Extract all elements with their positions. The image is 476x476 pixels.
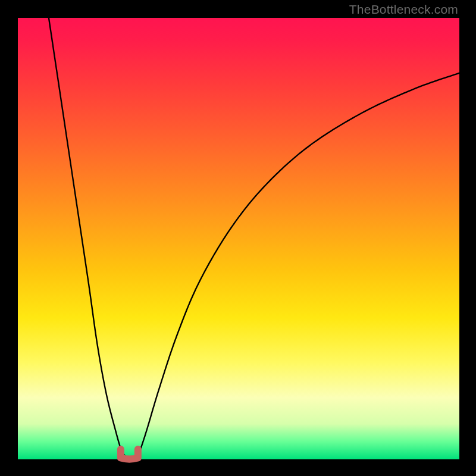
chart-svg xyxy=(0,0,476,476)
left-bottleneck-curve xyxy=(49,18,129,459)
right-bottleneck-curve xyxy=(137,73,459,459)
outer-frame: TheBottleneck.com xyxy=(0,0,476,476)
watermark-text: TheBottleneck.com xyxy=(349,2,458,17)
optimal-marker xyxy=(121,449,138,459)
